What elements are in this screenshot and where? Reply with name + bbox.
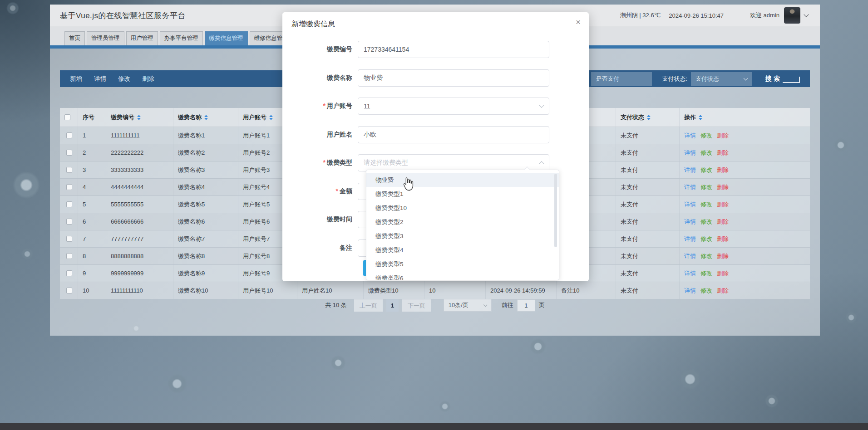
- column-label: 缴费名称: [178, 113, 202, 122]
- cell-index: 5: [78, 196, 106, 213]
- row-delete-link[interactable]: 删除: [717, 166, 729, 174]
- field-input[interactable]: 请选择缴费类型: [358, 154, 549, 171]
- cell-index: 4: [78, 179, 106, 195]
- table-row[interactable]: 10 11111111110 缴费名称10 用户账号10 用户姓名10 缴费类型…: [60, 282, 810, 299]
- sort-icon[interactable]: [699, 115, 702, 120]
- row-delete-link[interactable]: 删除: [717, 269, 729, 278]
- cell-name: 缴费名称3: [173, 161, 238, 178]
- cell-name: 缴费名称2: [173, 144, 238, 161]
- field-input[interactable]: 物业费: [358, 69, 549, 87]
- row-detail-link[interactable]: 详情: [684, 235, 696, 243]
- close-icon[interactable]: ×: [576, 18, 581, 26]
- row-edit-link[interactable]: 修改: [700, 183, 712, 191]
- row-detail-link[interactable]: 详情: [684, 132, 696, 140]
- delete-button[interactable]: 删除: [142, 75, 154, 83]
- sort-desc-icon: [699, 118, 702, 120]
- row-delete-link[interactable]: 删除: [717, 235, 729, 243]
- row-checkbox[interactable]: [66, 253, 72, 259]
- edit-button[interactable]: 修改: [118, 75, 130, 83]
- row-checkbox[interactable]: [66, 288, 72, 293]
- row-edit-link[interactable]: 修改: [700, 149, 712, 157]
- row-checkbox[interactable]: [66, 201, 72, 207]
- dropdown-scrollbar[interactable]: [554, 174, 557, 247]
- row-checkbox[interactable]: [66, 236, 72, 242]
- row-delete-link[interactable]: 删除: [717, 218, 729, 226]
- cell-name: 缴费名称1: [173, 127, 238, 144]
- select-all-checkbox[interactable]: [64, 114, 70, 120]
- nav-tab[interactable]: 管理员管理: [87, 31, 124, 45]
- goto-page-input[interactable]: 1: [517, 299, 535, 312]
- row-detail-link[interactable]: 详情: [684, 252, 696, 260]
- nav-tab[interactable]: 用户管理: [126, 31, 158, 45]
- dropdown-option[interactable]: 缴费类型1: [366, 187, 559, 201]
- sort-icon[interactable]: [137, 115, 141, 120]
- table-header-cell[interactable]: 支付状态: [616, 108, 680, 127]
- chevron-down-icon[interactable]: [804, 12, 809, 17]
- row-detail-link[interactable]: 详情: [684, 183, 696, 191]
- row-detail-link[interactable]: 详情: [684, 218, 696, 226]
- prev-page-button[interactable]: 上一页: [354, 299, 383, 312]
- row-detail-link[interactable]: 详情: [684, 149, 696, 157]
- dropdown-option[interactable]: 缴费类型5: [366, 257, 559, 271]
- field-input[interactable]: 小欧: [358, 126, 549, 143]
- cell-status: 未支付: [616, 282, 680, 299]
- row-edit-link[interactable]: 修改: [700, 132, 712, 140]
- row-delete-link[interactable]: 删除: [717, 200, 729, 209]
- row-edit-link[interactable]: 修改: [700, 269, 712, 278]
- dropdown-option[interactable]: 缴费类型6: [366, 271, 559, 280]
- row-detail-link[interactable]: 详情: [684, 269, 696, 278]
- row-delete-link[interactable]: 删除: [717, 132, 729, 140]
- avatar[interactable]: [784, 7, 800, 24]
- table-header-cell[interactable]: 操作: [680, 108, 810, 127]
- row-checkbox[interactable]: [66, 184, 72, 190]
- table-header-cell[interactable]: 序号: [78, 108, 106, 127]
- sort-icon[interactable]: [204, 115, 208, 120]
- row-edit-link[interactable]: 修改: [700, 287, 712, 295]
- cell-name: 缴费名称8: [173, 248, 238, 264]
- page-size-select[interactable]: 10条/页: [444, 299, 492, 312]
- add-button[interactable]: 新增: [70, 75, 82, 83]
- search-button[interactable]: 搜 索: [765, 75, 800, 83]
- select-chevron-icon: [539, 103, 544, 108]
- dropdown-option[interactable]: 物业费: [366, 173, 559, 187]
- status-filter-select[interactable]: 支付状态: [691, 72, 752, 86]
- row-delete-link[interactable]: 删除: [717, 183, 729, 191]
- row-checkbox[interactable]: [66, 132, 72, 138]
- row-edit-link[interactable]: 修改: [700, 218, 712, 226]
- field-input[interactable]: 11: [358, 98, 549, 115]
- nav-tab[interactable]: 缴费信息管理: [205, 31, 248, 45]
- sort-icon[interactable]: [269, 115, 273, 120]
- row-delete-link[interactable]: 删除: [717, 287, 729, 295]
- table-header-cell[interactable]: 缴费编号: [106, 108, 173, 127]
- nav-tab[interactable]: 办事平台管理: [160, 31, 203, 45]
- page-number-1[interactable]: 1: [386, 299, 399, 312]
- pay-filter-input[interactable]: [591, 72, 652, 86]
- row-edit-link[interactable]: 修改: [700, 200, 712, 209]
- row-checkbox-cell: [60, 282, 78, 299]
- cell-code: 1111111111: [106, 127, 173, 144]
- row-edit-link[interactable]: 修改: [700, 235, 712, 243]
- row-delete-link[interactable]: 删除: [717, 252, 729, 260]
- row-detail-link[interactable]: 详情: [684, 200, 696, 209]
- sort-asc-icon: [137, 115, 141, 117]
- nav-tab[interactable]: 首页: [64, 31, 85, 45]
- row-delete-link[interactable]: 删除: [717, 149, 729, 157]
- next-page-button[interactable]: 下一页: [402, 299, 431, 312]
- dropdown-option[interactable]: 缴费类型4: [366, 243, 559, 257]
- sort-icon[interactable]: [647, 115, 651, 120]
- dropdown-option[interactable]: 缴费类型3: [366, 229, 559, 243]
- detail-button[interactable]: 详情: [94, 75, 106, 83]
- row-detail-link[interactable]: 详情: [684, 287, 696, 295]
- row-edit-link[interactable]: 修改: [700, 166, 712, 174]
- dropdown-option[interactable]: 缴费类型2: [366, 215, 559, 229]
- row-edit-link[interactable]: 修改: [700, 252, 712, 260]
- row-checkbox[interactable]: [66, 219, 72, 225]
- table-header-cell[interactable]: [60, 108, 78, 127]
- row-checkbox[interactable]: [66, 270, 72, 276]
- row-checkbox[interactable]: [66, 167, 72, 173]
- row-detail-link[interactable]: 详情: [684, 166, 696, 174]
- field-input[interactable]: 1727334641154: [358, 41, 549, 58]
- row-checkbox[interactable]: [66, 150, 72, 156]
- table-header-cell[interactable]: 缴费名称: [173, 108, 238, 127]
- dropdown-option[interactable]: 缴费类型10: [366, 201, 559, 215]
